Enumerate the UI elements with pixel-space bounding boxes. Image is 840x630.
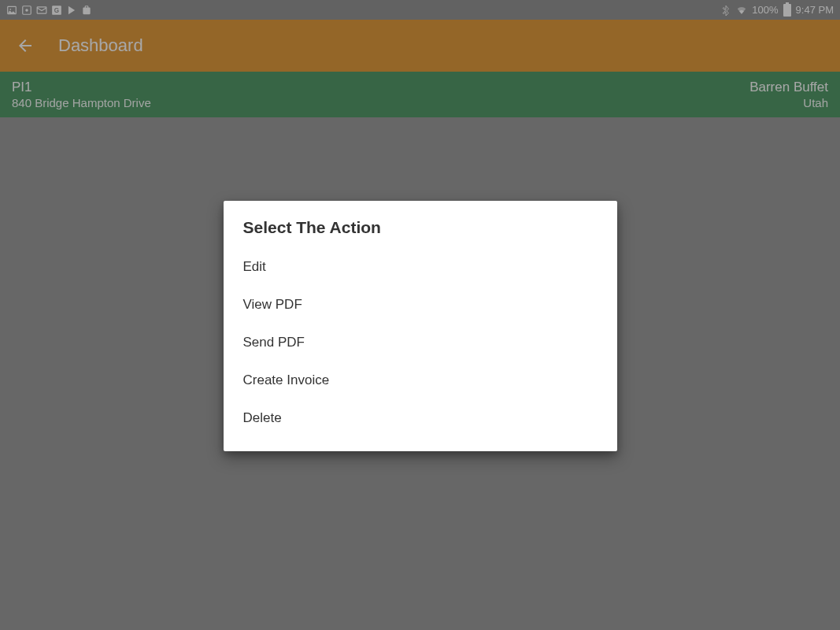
dialog-item-delete[interactable]: Delete <box>224 399 617 437</box>
dialog-item-send-pdf[interactable]: Send PDF <box>224 324 617 361</box>
action-dialog: Select The Action Edit View PDF Send PDF… <box>224 201 617 451</box>
dialog-title: Select The Action <box>224 218 617 248</box>
dialog-item-create-invoice[interactable]: Create Invoice <box>224 361 617 399</box>
dialog-item-edit[interactable]: Edit <box>224 248 617 286</box>
modal-overlay[interactable]: Select The Action Edit View PDF Send PDF… <box>0 0 840 630</box>
dialog-item-view-pdf[interactable]: View PDF <box>224 286 617 324</box>
